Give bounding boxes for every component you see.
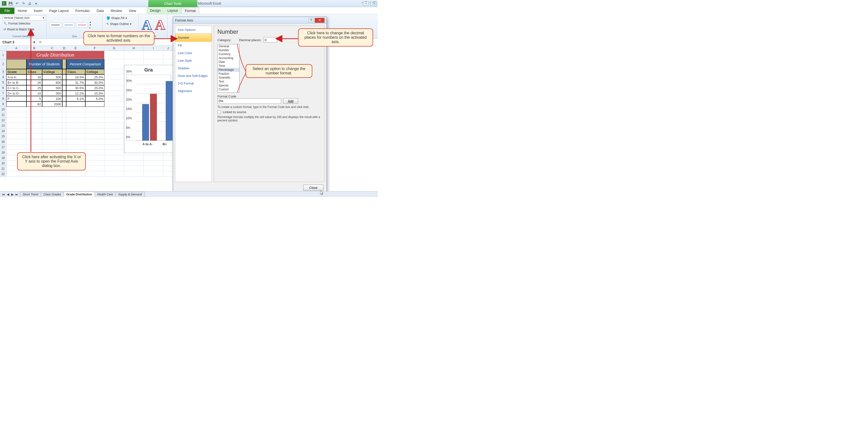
- row-header[interactable]: 1: [0, 51, 6, 59]
- sheet-nav-first-icon[interactable]: ⏮: [1, 193, 5, 196]
- callout-4: Click here after activating the X or Y a…: [17, 152, 86, 170]
- decimal-places-label: Decimal places:: [239, 38, 261, 42]
- nav-fill[interactable]: Fill: [175, 42, 212, 49]
- print-icon[interactable]: 🖨: [27, 1, 32, 6]
- quick-access-toolbar: X 💾 ↶ ↷ 🖨 ▾: [0, 1, 39, 6]
- sheet-nav-next-icon[interactable]: ▶: [10, 193, 14, 196]
- tab-design[interactable]: Design: [147, 7, 164, 14]
- callout-1: Click here to format numbers on the acti…: [83, 31, 154, 45]
- chevron-down-icon: ▾: [125, 16, 127, 20]
- nav-glow[interactable]: Glow and Soft Edges: [175, 72, 212, 79]
- mouse-cursor-icon: [320, 191, 324, 195]
- col-header[interactable]: C: [42, 45, 62, 51]
- sheet-tab[interactable]: Stock Trend: [20, 192, 41, 197]
- linked-to-source-checkbox[interactable]: [217, 110, 221, 114]
- tab-data[interactable]: Data: [93, 8, 107, 14]
- sheet-tab[interactable]: Supply & Demand: [116, 192, 145, 197]
- linked-to-source-label: Linked to source: [223, 110, 246, 114]
- col-college: College: [42, 69, 62, 74]
- dialog-help-button[interactable]: ?: [308, 18, 314, 23]
- redo-icon[interactable]: ↷: [21, 1, 26, 6]
- tab-view[interactable]: View: [125, 8, 140, 14]
- shape-style-1[interactable]: [50, 23, 61, 27]
- shape-style-2[interactable]: [63, 23, 74, 27]
- wordart-style-2[interactable]: A: [155, 16, 165, 33]
- add-button[interactable]: Add: [283, 98, 298, 104]
- help-icon[interactable]: ?: [365, 1, 367, 4]
- paint-bucket-icon: 🪣: [106, 16, 110, 20]
- col-header[interactable]: G: [104, 45, 124, 51]
- tab-format[interactable]: Format: [181, 7, 199, 14]
- ribbon-tabs: File Home Insert Page Layout Formulas Da…: [0, 7, 378, 14]
- col-header[interactable]: A: [6, 45, 27, 51]
- fx-icon[interactable]: fx: [37, 40, 44, 44]
- sheet-tab-active[interactable]: Grade Distribution: [64, 192, 95, 197]
- shape-style-up-icon[interactable]: ▲: [89, 21, 91, 23]
- nav-3d-format[interactable]: 3-D Format: [175, 79, 212, 87]
- bar-class-1[interactable]: [142, 104, 149, 141]
- nav-line-color[interactable]: Line Color: [175, 49, 212, 57]
- format-selection-icon: 🔧: [3, 22, 7, 25]
- col-header[interactable]: I: [144, 45, 163, 51]
- sheet-nav-prev-icon[interactable]: ◀: [6, 193, 10, 196]
- tab-review[interactable]: Review: [107, 8, 125, 14]
- embedded-chart[interactable]: Gra 0% 5% 10% 15% 20% 25% 30% 35% A to A…: [124, 65, 173, 153]
- reset-match-style-button[interactable]: ↺Reset to Match Style: [2, 27, 44, 32]
- tab-insert[interactable]: Insert: [30, 8, 46, 14]
- percentage-hint: Percentage formats multiply the cell val…: [217, 115, 321, 122]
- wordart-style-1[interactable]: A: [142, 16, 152, 33]
- bar-class-2[interactable]: [166, 81, 173, 141]
- nav-number[interactable]: Number: [175, 34, 212, 42]
- row-header[interactable]: 3: [0, 69, 6, 74]
- nav-line-style[interactable]: Line Style: [175, 57, 212, 64]
- col-header[interactable]: H: [124, 45, 144, 51]
- nav-alignment[interactable]: Alignment: [175, 87, 212, 95]
- decimal-places-input[interactable]: [264, 37, 277, 43]
- col-header[interactable]: F: [85, 45, 104, 51]
- select-all-corner[interactable]: [0, 45, 6, 51]
- header-students: Number of Students: [27, 59, 62, 69]
- file-tab[interactable]: File: [0, 8, 14, 14]
- name-box[interactable]: Chart 3▾: [0, 39, 37, 45]
- sheet-tab[interactable]: Health Care: [95, 192, 116, 197]
- ribbon-minimize-icon[interactable]: ▿: [362, 1, 363, 4]
- excel-icon[interactable]: X: [1, 1, 7, 6]
- shape-style-down-icon[interactable]: ▼: [89, 24, 91, 26]
- window-min-icon[interactable]: —: [369, 1, 372, 4]
- shape-style-3[interactable]: [76, 23, 88, 27]
- header-percent: Percent Comparison: [66, 59, 104, 69]
- nav-axis-options[interactable]: Axis Options: [175, 26, 212, 34]
- sheet-tab[interactable]: Class Grades: [41, 192, 64, 197]
- chart-element-selector[interactable]: Vertical (Value) Axis▾: [2, 15, 45, 21]
- tab-page-layout[interactable]: Page Layout: [46, 8, 72, 14]
- dialog-close-x-button[interactable]: ✕: [315, 18, 324, 23]
- col-header[interactable]: B: [27, 45, 42, 51]
- tab-formulas[interactable]: Formulas: [72, 8, 93, 14]
- format-code-label: Format Code:: [217, 95, 321, 98]
- row-header[interactable]: 2: [0, 59, 6, 69]
- tab-home[interactable]: Home: [14, 8, 30, 14]
- format-selection-button[interactable]: 🔧Format Selection: [2, 21, 44, 27]
- chart-tools-contextual-label: Chart Tools: [148, 0, 197, 7]
- col-header[interactable]: J: [163, 45, 173, 51]
- shape-outline-button[interactable]: ✎Shape Outline▾: [105, 21, 136, 27]
- group-current-selection: Current Selection: [1, 35, 44, 38]
- bar-college-1[interactable]: [150, 94, 157, 141]
- window-restore-icon[interactable]: ▢: [374, 1, 376, 4]
- qat-more-icon[interactable]: ▾: [33, 1, 39, 6]
- shape-fill-button[interactable]: 🪣Shape Fill▾: [105, 15, 136, 21]
- format-code-input[interactable]: [217, 98, 281, 104]
- category-listbox[interactable]: General Number Currency Accounting Date …: [217, 44, 240, 93]
- close-button[interactable]: Close: [303, 184, 323, 191]
- shape-style-more-icon[interactable]: ▾: [89, 27, 91, 29]
- col-header[interactable]: E: [66, 45, 85, 51]
- col-header[interactable]: D: [62, 45, 66, 51]
- callout-3: Select an option to change the number fo…: [246, 64, 312, 78]
- nav-shadow[interactable]: Shadow: [175, 64, 212, 72]
- tab-layout[interactable]: Layout: [164, 7, 181, 14]
- table-title: Grade Distribution: [6, 51, 104, 59]
- save-icon[interactable]: 💾: [8, 1, 13, 6]
- sheet-nav-last-icon[interactable]: ⏭: [15, 193, 19, 196]
- callout-2: Click here to change the decimal places …: [298, 28, 373, 46]
- undo-icon[interactable]: ↶: [14, 1, 20, 6]
